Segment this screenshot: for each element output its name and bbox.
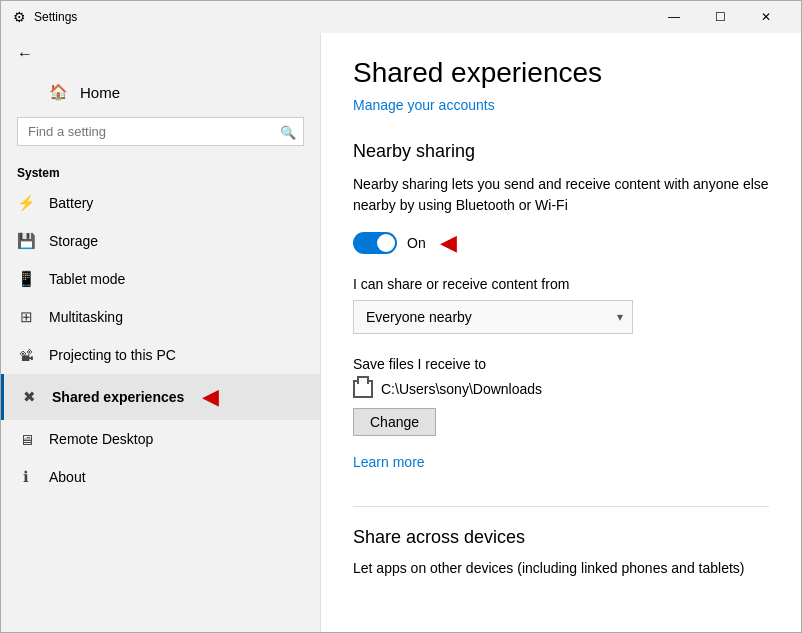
sidebar-item-projecting[interactable]: 📽 Projecting to this PC (1, 336, 320, 374)
share-from-label: I can share or receive content from (353, 276, 769, 292)
sidebar-item-label-battery: Battery (49, 195, 93, 211)
page-title: Shared experiences (353, 57, 769, 89)
change-button[interactable]: Change (353, 408, 436, 436)
sidebar-item-home[interactable]: 🏠 Home (1, 75, 320, 109)
sidebar-item-label-multitasking: Multitasking (49, 309, 123, 325)
sidebar-item-multitasking[interactable]: ⊞ Multitasking (1, 298, 320, 336)
dropdown-wrapper: Everyone nearby My devices only ▾ (353, 300, 633, 334)
nearby-sharing-desc: Nearby sharing lets you send and receive… (353, 174, 769, 216)
home-icon: 🏠 (49, 83, 68, 101)
close-button[interactable]: ✕ (743, 1, 789, 33)
sidebar-item-about[interactable]: ℹ About (1, 458, 320, 496)
file-path-text: C:\Users\sony\Downloads (381, 381, 542, 397)
back-arrow-icon: ← (17, 45, 33, 63)
manage-accounts-link[interactable]: Manage your accounts (353, 97, 495, 113)
learn-more-link[interactable]: Learn more (353, 454, 425, 470)
share-from-dropdown[interactable]: Everyone nearby My devices only (353, 300, 633, 334)
title-bar-left: ⚙ Settings (13, 9, 77, 25)
remote-icon: 🖥 (17, 430, 35, 448)
maximize-button[interactable]: ☐ (697, 1, 743, 33)
battery-icon: ⚡ (17, 194, 35, 212)
sidebar-item-tablet[interactable]: 📱 Tablet mode (1, 260, 320, 298)
search-input[interactable] (17, 117, 304, 146)
shared-icon: ✖ (20, 388, 38, 406)
app-container: ← 🏠 Home 🔍 System ⚡ Battery 💾 Storage 📱 … (1, 33, 801, 633)
storage-icon: 💾 (17, 232, 35, 250)
toggle-row: On ◀ (353, 230, 769, 256)
main-content: Shared experiences Manage your accounts … (321, 33, 801, 633)
share-across-desc: Let apps on other devices (including lin… (353, 558, 769, 579)
home-label: Home (80, 84, 120, 101)
section-divider (353, 506, 769, 507)
sidebar-item-label-shared: Shared experiences (52, 389, 184, 405)
title-bar-controls: — ☐ ✕ (651, 1, 789, 33)
sidebar-item-label-about: About (49, 469, 86, 485)
nearby-sharing-title: Nearby sharing (353, 141, 769, 162)
minimize-button[interactable]: — (651, 1, 697, 33)
sidebar-item-storage[interactable]: 💾 Storage (1, 222, 320, 260)
sidebar-section-label: System (1, 154, 320, 184)
sidebar-item-remote[interactable]: 🖥 Remote Desktop (1, 420, 320, 458)
toggle-label: On (407, 235, 426, 251)
share-across-title: Share across devices (353, 527, 769, 548)
search-box: 🔍 (17, 117, 304, 146)
search-icon: 🔍 (280, 124, 296, 139)
sidebar-item-label-storage: Storage (49, 233, 98, 249)
sidebar-item-battery[interactable]: ⚡ Battery (1, 184, 320, 222)
sidebar-red-arrow: ◀ (202, 384, 219, 410)
settings-icon: ⚙ (13, 9, 26, 25)
file-path-row: C:\Users\sony\Downloads (353, 380, 769, 398)
tablet-icon: 📱 (17, 270, 35, 288)
sidebar-item-label-remote: Remote Desktop (49, 431, 153, 447)
nearby-sharing-toggle[interactable] (353, 232, 397, 254)
projecting-icon: 📽 (17, 346, 35, 364)
folder-icon (353, 380, 373, 398)
title-bar: ⚙ Settings — ☐ ✕ (1, 1, 801, 33)
title-bar-title: Settings (34, 10, 77, 24)
toggle-red-arrow: ◀ (440, 230, 457, 256)
back-button[interactable]: ← (1, 33, 320, 75)
sidebar-item-shared[interactable]: ✖ Shared experiences ◀ (1, 374, 320, 420)
sidebar: ← 🏠 Home 🔍 System ⚡ Battery 💾 Storage 📱 … (1, 33, 321, 633)
about-icon: ℹ (17, 468, 35, 486)
sidebar-item-label-projecting: Projecting to this PC (49, 347, 176, 363)
multitasking-icon: ⊞ (17, 308, 35, 326)
sidebar-item-label-tablet: Tablet mode (49, 271, 125, 287)
save-files-label: Save files I receive to (353, 356, 769, 372)
